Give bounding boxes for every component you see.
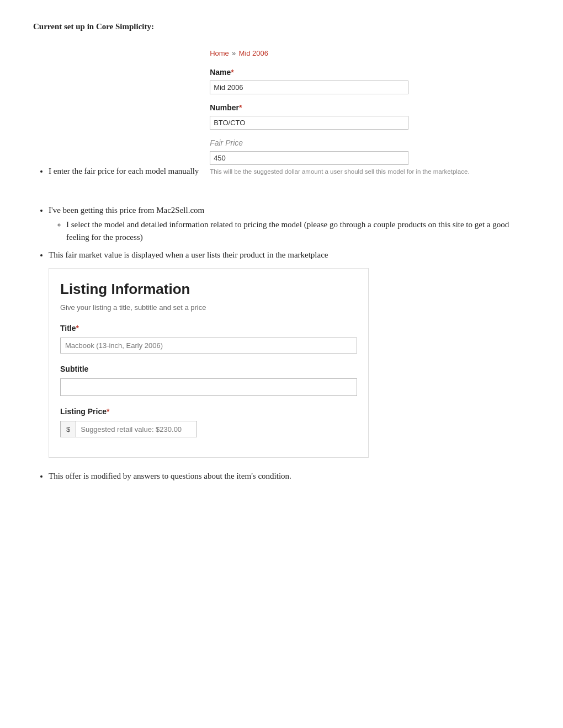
bullet-3-text: This fair market value is displayed when…	[49, 250, 328, 259]
listing-box-inner: Listing Information Give your listing a …	[49, 269, 368, 458]
listing-title-label: Title*	[60, 323, 357, 334]
fair-price-hint: This will be the suggested dollar amount…	[210, 167, 469, 176]
bullet-3: This fair market value is displayed when…	[49, 249, 530, 464]
breadcrumb-separator: »	[232, 49, 236, 57]
listing-title-group: Title*	[60, 323, 357, 354]
fair-price-label: Fair Price	[210, 137, 469, 149]
breadcrumb-home-link[interactable]: Home	[210, 49, 229, 57]
sub-list: I select the model and detailed informat…	[49, 218, 530, 243]
main-list: I enter the fair price for each model ma…	[33, 36, 530, 483]
fair-price-input[interactable]	[210, 151, 408, 165]
section-heading: Current set up in Core Simplicity:	[33, 22, 530, 31]
sub-bullet-1-text: I select the model and detailed informat…	[66, 220, 509, 242]
name-field-group: Name*	[210, 67, 469, 94]
listing-subtitle-description: Give your listing a title, subtitle and …	[60, 302, 357, 313]
core-simplicity-form: Home » Mid 2006 Name* Number* Fair P	[201, 42, 478, 192]
listing-subtitle-input[interactable]	[60, 378, 357, 396]
sub-bullet-1: I select the model and detailed informat…	[66, 218, 530, 243]
listing-information-box: Listing Information Give your listing a …	[49, 268, 369, 458]
listing-title: Listing Information	[60, 279, 357, 300]
bullet-2-text: I've been getting this price from Mac2Se…	[49, 206, 204, 215]
number-input[interactable]	[210, 116, 408, 130]
name-label: Name*	[210, 67, 469, 78]
listing-price-label: Listing Price*	[60, 406, 357, 417]
listing-title-input[interactable]	[60, 338, 357, 354]
listing-price-input[interactable]	[76, 421, 197, 437]
bullet-1-text: I enter the fair price for each model ma…	[49, 167, 199, 175]
listing-subtitle-label: Subtitle	[60, 363, 357, 375]
listing-price-row: $	[60, 421, 357, 437]
name-input[interactable]	[210, 81, 408, 94]
breadcrumb: Home » Mid 2006	[210, 48, 469, 59]
listing-subtitle-group: Subtitle	[60, 363, 357, 396]
bullet-4-text: This offer is modified by answers to que…	[49, 472, 291, 480]
bullet-4: This offer is modified by answers to que…	[49, 470, 530, 483]
fair-price-field-group: Fair Price This will be the suggested do…	[210, 137, 469, 176]
number-field-group: Number*	[210, 102, 469, 130]
number-label: Number*	[210, 102, 469, 114]
listing-price-group: Listing Price* $	[60, 406, 357, 437]
bullet-1: I enter the fair price for each model ma…	[49, 36, 530, 199]
dollar-sign: $	[60, 421, 76, 437]
bullet-2: I've been getting this price from Mac2Se…	[49, 204, 530, 244]
breadcrumb-current: Mid 2006	[239, 49, 268, 57]
